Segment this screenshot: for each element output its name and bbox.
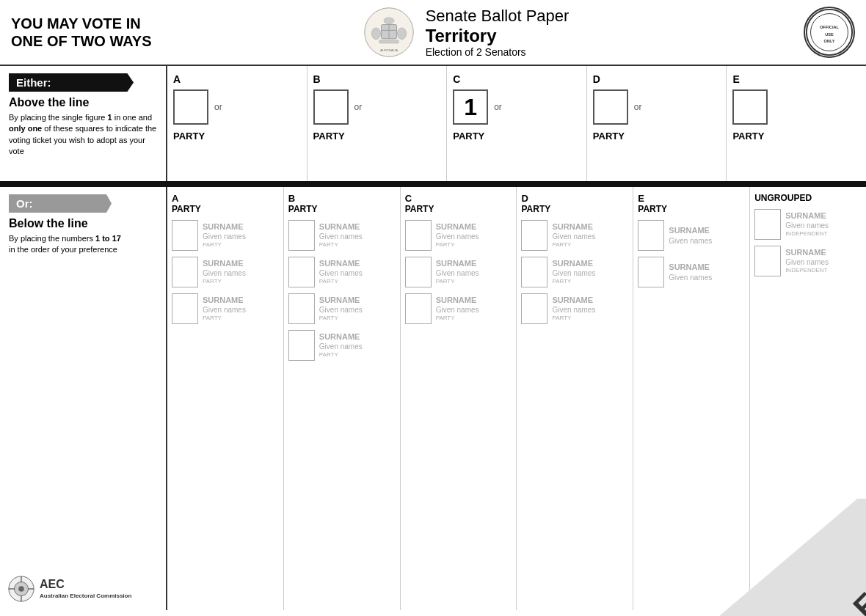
header-right: OFFICIAL USE ONLY [760, 7, 855, 58]
ballot-main-title: Senate Ballot Paper [426, 7, 570, 26]
header-center: AUSTRALIA Senate Ballot Paper Territory … [172, 7, 760, 58]
above-col-b: B or PARTY [308, 66, 448, 181]
aec-abbr: AEC [40, 577, 131, 593]
candidate-e1: SURNAME Given names [638, 220, 745, 251]
candidate-e1-box[interactable] [638, 220, 664, 251]
svg-text:ONLY: ONLY [823, 39, 834, 43]
below-col-ug-party: Ungrouped [754, 193, 862, 203]
candidate-d1-info: SURNAME Given names PARTY [552, 221, 595, 249]
candidate-b2-info: SURNAME Given names PARTY [319, 258, 363, 286]
candidate-b1-box[interactable] [288, 220, 315, 251]
below-col-a: A PARTY SURNAME Given names PARTY SURNAM… [167, 187, 284, 610]
col-e-voting-box[interactable] [732, 89, 768, 125]
below-col-c-letter: C [405, 193, 512, 204]
below-col-e: E PARTY SURNAME Given names SURNAME Give… [633, 187, 750, 610]
below-col-a-header: A PARTY [172, 193, 279, 214]
col-b-or: or [354, 102, 363, 112]
above-col-d: D or PARTY [587, 66, 727, 181]
candidate-d2-box[interactable] [521, 257, 547, 287]
above-col-a: A or PARTY [167, 66, 308, 181]
aec-full-name: Australian Electoral Commission [40, 593, 131, 600]
candidate-ug1-box[interactable] [754, 209, 781, 240]
header-left: YOU MAY VOTE IN ONE OF TWO WAYS [11, 15, 172, 50]
candidate-b2-box[interactable] [288, 257, 315, 287]
col-c-voting-box[interactable]: 1 [453, 89, 488, 125]
above-line-instruction: By placing the single figure 1 in one an… [9, 112, 157, 158]
col-d-box-row: or [593, 89, 642, 125]
candidate-b3: SURNAME Given names PARTY [288, 293, 396, 324]
above-col-e: E PARTY [727, 66, 866, 181]
below-col-d-party: PARTY [521, 204, 628, 214]
svg-point-6 [384, 18, 394, 24]
below-col-c-party: PARTY [405, 204, 512, 214]
col-b-party: PARTY [313, 131, 345, 142]
candidate-c2-info: SURNAME Given names PARTY [436, 258, 479, 286]
below-col-e-letter: E [638, 193, 745, 204]
col-a-box-row: or [173, 89, 222, 125]
candidate-a2-box[interactable] [172, 257, 198, 287]
candidate-d3-box[interactable] [521, 293, 547, 324]
candidate-b3-info: SURNAME Given names PARTY [319, 295, 363, 323]
aec-logo: AEC Australian Electoral Commission [7, 575, 131, 603]
col-b-box-row: or [313, 89, 363, 125]
col-d-voting-box[interactable] [593, 89, 628, 125]
candidate-ug1: SURNAME Given names INDEPENDENT [754, 209, 862, 240]
candidate-e2-box[interactable] [638, 257, 664, 287]
candidate-b3-box[interactable] [288, 293, 315, 324]
or-banner: Or: [9, 194, 112, 213]
candidate-d1: SURNAME Given names PARTY [521, 220, 628, 251]
candidate-c3: SURNAME Given names PARTY [405, 293, 512, 324]
below-col-b: B PARTY SURNAME Given names PARTY SURNAM… [284, 187, 401, 610]
below-col-a-letter: A [172, 193, 279, 204]
below-col-c: C PARTY SURNAME Given names PARTY SURNAM… [401, 187, 517, 610]
candidate-d1-box[interactable] [521, 220, 547, 251]
ballot-subtitle: Election of 2 Senators [426, 46, 570, 58]
below-col-a-party: PARTY [172, 204, 279, 214]
candidate-c2-box[interactable] [405, 257, 432, 287]
candidate-ug2-box[interactable] [754, 246, 781, 276]
col-a-voting-box[interactable] [173, 89, 208, 125]
below-line-parties: A PARTY SURNAME Given names PARTY SURNAM… [167, 187, 866, 610]
col-b-voting-box[interactable] [313, 89, 349, 125]
candidate-a1: SURNAME Given names PARTY [172, 220, 279, 251]
svg-text:AUSTRALIA: AUSTRALIA [380, 48, 398, 52]
candidate-b4-box[interactable] [288, 330, 315, 361]
below-col-b-header: B PARTY [288, 193, 396, 214]
above-line-title: Above the line [9, 96, 157, 109]
col-e-party: PARTY [732, 131, 764, 142]
candidate-d2: SURNAME Given names PARTY [521, 257, 628, 287]
candidate-a1-info: SURNAME Given names PARTY [203, 221, 246, 249]
ballot-title: Senate Ballot Paper Territory Election o… [426, 7, 570, 58]
svg-point-4 [371, 28, 380, 40]
candidate-c1-info: SURNAME Given names PARTY [436, 221, 479, 249]
below-line-instruction: By placing the numbers 1 to 17in the ord… [9, 233, 157, 256]
main-title: YOU MAY VOTE IN ONE OF TWO WAYS [11, 15, 172, 50]
col-a-letter: A [173, 73, 181, 85]
candidate-b4: SURNAME Given names PARTY [288, 330, 396, 361]
header: YOU MAY VOTE IN ONE OF TWO WAYS AUSTRALI… [0, 0, 866, 66]
col-d-party: PARTY [593, 131, 625, 142]
candidate-b2: SURNAME Given names PARTY [288, 257, 396, 287]
candidate-a1-box[interactable] [172, 220, 198, 251]
official-stamp: OFFICIAL USE ONLY [804, 7, 855, 58]
col-d-or: or [634, 102, 642, 112]
col-a-party: PARTY [173, 131, 205, 142]
below-col-d: D PARTY SURNAME Given names PARTY SURNAM… [517, 187, 633, 610]
candidate-e2: SURNAME Given names [638, 257, 745, 287]
candidate-e2-info: SURNAME Given names [669, 262, 712, 282]
above-line-section: Either: Above the line By placing the si… [0, 66, 866, 187]
candidate-b1-info: SURNAME Given names PARTY [319, 221, 363, 249]
below-col-b-party: PARTY [288, 204, 396, 214]
below-col-ug-header: Ungrouped [754, 193, 862, 203]
candidate-a3: SURNAME Given names PARTY [172, 293, 279, 324]
below-line-instructions: Or: Below the line By placing the number… [0, 187, 167, 610]
below-line-title: Below the line [9, 217, 157, 230]
candidate-ug1-info: SURNAME Given names INDEPENDENT [785, 210, 829, 238]
candidate-c1-box[interactable] [405, 220, 432, 251]
aec-emblem-icon [7, 575, 35, 603]
candidate-a3-box[interactable] [172, 293, 198, 324]
below-col-c-header: C PARTY [405, 193, 512, 214]
below-col-d-letter: D [521, 193, 628, 204]
candidate-c3-box[interactable] [405, 293, 432, 324]
coat-of-arms-icon: AUSTRALIA [363, 7, 415, 58]
